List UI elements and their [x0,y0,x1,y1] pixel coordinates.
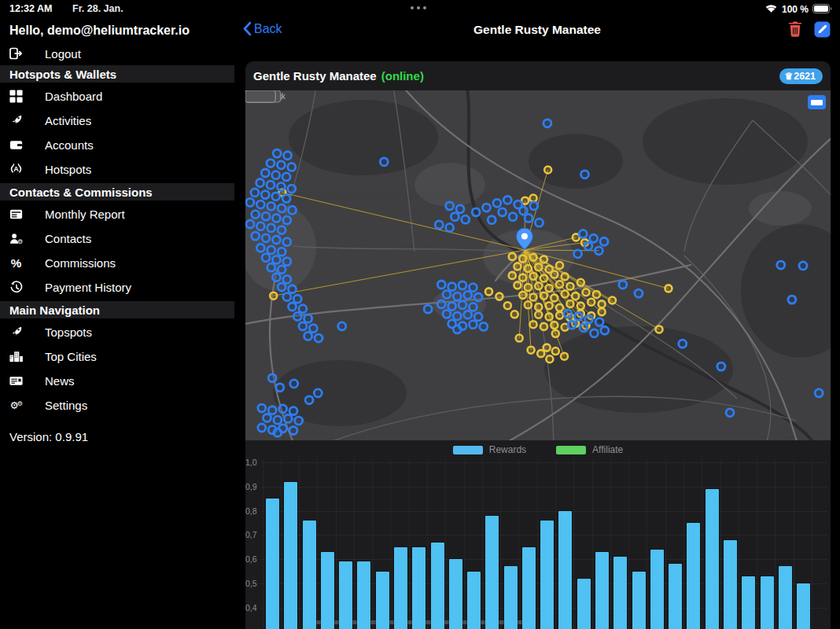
witness-marker[interactable] [599,308,606,315]
reward-marker[interactable] [295,417,303,425]
legend-item-affiliate[interactable]: Affiliate [556,444,623,455]
witness-marker[interactable] [572,292,579,300]
reward-marker[interactable] [261,191,269,199]
reward-marker[interactable] [469,284,477,292]
witness-marker[interactable] [544,167,551,174]
witness-marker[interactable] [530,254,537,261]
reward-marker[interactable] [246,198,254,206]
witness-marker[interactable] [551,271,558,278]
reward-marker[interactable] [268,374,276,382]
reward-marker[interactable] [493,199,501,207]
witness-marker[interactable] [577,279,584,286]
reward-marker[interactable] [282,195,290,203]
reward-marker[interactable] [261,169,269,177]
reward-marker[interactable] [288,163,296,171]
reward-marker[interactable] [283,275,291,283]
witness-marker[interactable] [530,273,537,280]
reward-marker[interactable] [453,312,461,320]
witness-marker[interactable] [588,299,595,306]
reward-marker[interactable] [574,250,582,258]
witness-marker[interactable] [530,195,537,202]
witness-marker[interactable] [519,292,526,299]
reward-marker[interactable] [568,321,576,329]
sidebar-item-monthly-report[interactable]: Monthly Report [0,202,234,226]
reward-marker[interactable] [679,340,687,348]
reward-marker[interactable] [246,220,254,228]
reward-marker[interactable] [437,281,445,289]
reward-marker[interactable] [590,329,598,337]
reward-marker[interactable] [590,234,598,242]
witness-marker[interactable] [583,289,590,296]
witness-marker[interactable] [525,284,532,291]
reward-marker[interactable] [273,149,281,157]
reward-marker[interactable] [289,407,297,415]
witness-marker[interactable] [665,285,672,292]
edit-button[interactable] [814,21,831,41]
reward-marker[interactable] [279,405,287,413]
reward-marker[interactable] [574,312,582,320]
multitask-indicator-icon[interactable] [411,6,426,9]
witness-marker[interactable] [540,323,547,330]
reward-marker[interactable] [283,293,291,301]
witness-marker[interactable] [543,344,551,351]
reward-marker[interactable] [277,161,285,169]
reward-marker[interactable] [299,322,307,330]
witness-marker[interactable] [540,256,547,263]
reward-marker[interactable] [451,213,459,221]
reward-marker[interactable] [635,289,643,297]
sidebar-item-hotspots[interactable]: AHotspots [0,157,234,182]
reward-marker[interactable] [252,232,260,240]
reward-marker[interactable] [314,389,322,397]
witness-marker[interactable] [562,290,569,297]
witness-marker[interactable] [535,263,542,270]
reward-marker[interactable] [459,301,466,309]
witness-marker[interactable] [535,303,542,311]
witness-marker[interactable] [504,302,511,309]
reward-marker[interactable] [338,322,346,330]
reward-marker[interactable] [274,429,282,436]
reward-marker[interactable] [530,202,538,210]
reward-marker[interactable] [315,334,322,342]
reward-marker[interactable] [272,193,280,200]
reward-marker[interactable] [474,313,482,321]
sidebar-item-activities[interactable]: Activities [0,109,234,133]
reward-marker[interactable] [499,208,507,216]
reward-marker[interactable] [469,321,477,329]
reward-marker[interactable] [289,285,297,293]
reward-marker[interactable] [293,312,301,320]
reward-marker[interactable] [293,295,301,303]
reward-marker[interactable] [584,242,592,250]
reward-marker[interactable] [263,414,271,422]
reward-marker[interactable] [595,247,602,255]
reward-marker[interactable] [289,303,297,311]
reward-marker[interactable] [483,204,491,212]
reward-marker[interactable] [289,427,297,435]
reward-marker[interactable] [284,414,292,422]
witness-marker[interactable] [511,311,518,318]
reward-marker[interactable] [469,303,477,311]
witness-marker[interactable] [546,355,553,362]
reward-marker[interactable] [726,409,734,417]
reward-marker[interactable] [256,178,264,186]
reward-marker[interactable] [276,384,284,392]
reward-marker[interactable] [267,263,275,271]
reward-marker[interactable] [289,206,297,214]
reward-marker[interactable] [304,332,312,340]
reward-marker[interactable] [777,261,785,269]
reward-marker[interactable] [256,244,264,252]
witness-marker[interactable] [509,253,516,260]
witness-marker[interactable] [516,335,523,342]
witness-marker[interactable] [514,263,521,270]
witness-marker[interactable] [530,321,537,328]
reward-marker[interactable] [424,305,432,313]
reward-marker[interactable] [267,224,275,232]
reward-marker[interactable] [435,221,443,229]
reward-marker[interactable] [278,283,286,291]
reward-marker[interactable] [462,215,470,223]
delete-button[interactable] [787,20,803,41]
reward-marker[interactable] [443,290,451,298]
sidebar-item-commissions[interactable]: %Commissions [0,251,234,275]
reward-marker[interactable] [788,296,796,303]
reward-marker[interactable] [519,207,527,215]
reward-marker[interactable] [437,300,445,308]
